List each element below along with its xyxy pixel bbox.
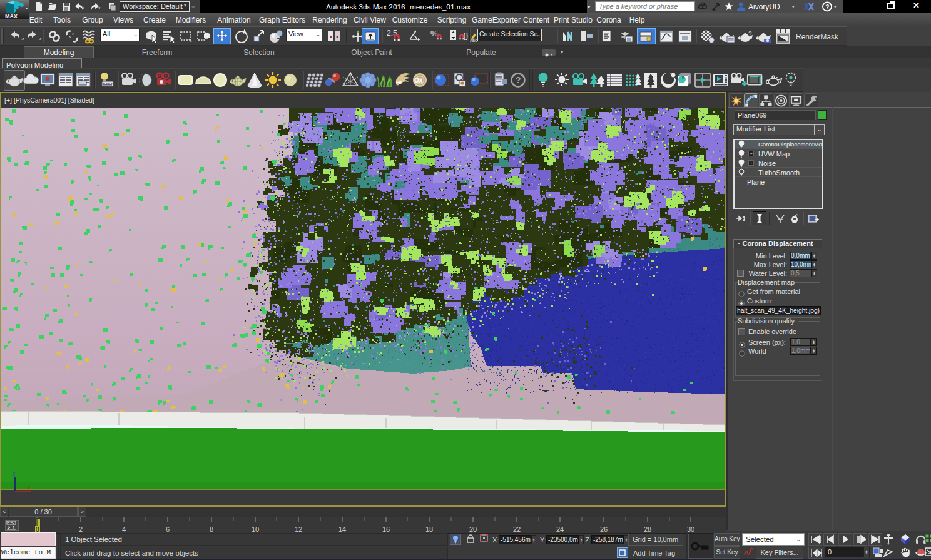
svg-text:ABC: ABC	[470, 39, 477, 43]
svg-text:{}: {}	[463, 31, 469, 40]
svg-text:MAX: MAX	[5, 13, 18, 19]
svg-text:z: z	[13, 471, 16, 477]
svg-text:x: x	[28, 484, 31, 491]
svg-text:?: ?	[748, 31, 752, 38]
svg-text:HF: HF	[396, 79, 404, 86]
svg-text:%: %	[430, 29, 438, 38]
svg-text:Ox: Ox	[414, 77, 423, 84]
svg-text:?: ?	[516, 75, 521, 85]
svg-text:?: ?	[825, 4, 829, 11]
